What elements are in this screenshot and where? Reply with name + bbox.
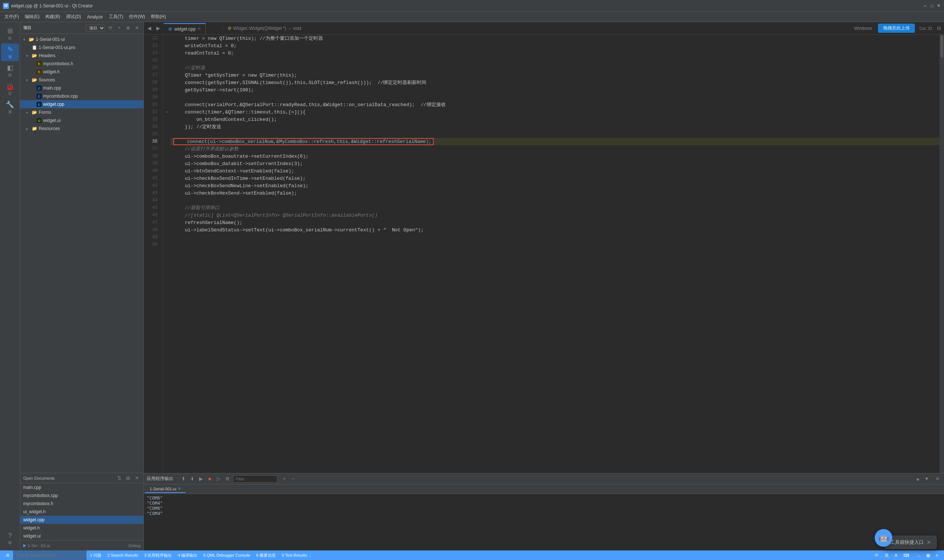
panel-filter-btn[interactable]: ⚬ [116,24,123,32]
scroll-thumb[interactable] [940,35,943,57]
open-doc-mycombobox-h[interactable]: mycombobox.h [20,500,143,508]
menu-item-b[interactable]: 构建(B) [42,12,63,21]
editor-scrollbar[interactable] [939,35,944,473]
tree-item-widget_h2[interactable]: hwidget.h [20,68,143,76]
status-ime-indicator[interactable]: A [892,551,900,560]
status-tools-icon[interactable]: 🔧 [912,551,923,560]
project-tree[interactable]: ▾📂1-Serial-001-ui📋1-Serial-001-ui.pro▾📂H… [20,34,143,473]
output-close-btn[interactable]: ✕ [934,475,941,483]
maximize-button[interactable]: □ [929,3,935,8]
status-problems[interactable]: 1 问题 [87,551,104,560]
menu-item-analyze[interactable]: Analyze [84,13,106,21]
output-prev-btn[interactable]: ⬆ [179,475,187,483]
nav-arrows: ◀ ▶ [144,24,164,32]
arrow-cell-35 [163,131,170,138]
tree-icon-mycombobox_h: h [37,61,42,66]
sidebar-item-debug[interactable]: 🐞 D [1,80,19,98]
menu-item-e[interactable]: 编辑(E) [22,12,42,21]
open-docs-split-btn[interactable]: ⊞ [124,474,132,482]
status-qml-debug[interactable]: 5 QML Debugger Console [200,551,253,560]
menu-item-h[interactable]: 帮助(H) [148,12,169,21]
output-scroll-up-btn[interactable]: ▲ [914,475,922,483]
project-panel-select[interactable]: 项目 [86,24,105,32]
output-content: "COM6""COM4""COM6""COM4" [144,494,944,551]
output-settings-btn[interactable]: ⚙ [224,475,231,483]
tree-item-mycombobox_cpp[interactable]: cmycombobox.cpp [20,92,143,100]
status-lang-en[interactable]: 英 [882,551,892,560]
nav-forward-btn[interactable]: ▶ [154,24,162,32]
minimize-button[interactable]: ─ [922,3,928,8]
open-docs-sort-btn[interactable]: ⇅ [116,474,123,482]
fold-arrows: ▾ [163,35,170,473]
code-editor[interactable]: 2223242526272829303132333435363738394041… [144,35,939,473]
nav-back-btn[interactable]: ◀ [145,24,153,32]
open-doc-main-cpp[interactable]: main.cpp [20,483,143,491]
open-docs-header[interactable]: Open Documents ⇅ ⊞ ✕ [20,473,143,483]
menu-item-d[interactable]: 调试(D) [63,12,84,21]
tree-item-pro[interactable]: 📋1-Serial-001-ui.pro [20,43,143,52]
menu-item-f[interactable]: 文件(F) [2,12,22,21]
status-grid-icon[interactable]: ▦ [923,551,933,560]
output-scroll-down-btn[interactable]: ▼ [922,475,931,483]
tab-widget-cpp[interactable]: ⚙ widget.cpp ✕ [164,23,206,34]
code-content[interactable]: timer = new QTimer(this); //为整个窗口添加一个定时器… [170,35,939,473]
open-doc-widget-h[interactable]: widget.h [20,524,143,532]
tree-item-widget_cpp[interactable]: cwidget.cpp [20,100,143,108]
tree-item-main_cpp[interactable]: cmain.cpp [20,84,143,92]
line-num-34: 34 [144,123,160,131]
filter-add-btn[interactable]: + [280,475,288,483]
open-doc-widget-ui[interactable]: widget.ui [20,532,143,540]
tree-item-headers[interactable]: ▾📂Headers [20,52,143,60]
tree-item-resources[interactable]: ▸📁Resources [20,125,143,132]
status-build-btn[interactable]: ⚙ [3,551,12,560]
arrow-cell-45 [163,204,170,211]
tree-icon-widget_h2: h [37,69,42,74]
menu-item-t[interactable]: 工具(T) [106,12,126,21]
filter-remove-btn[interactable]: − [289,475,297,483]
sidebar-item-edit[interactable]: ✎ 编 [1,43,19,61]
status-menu-icon[interactable]: ≡ [933,551,941,560]
output-stop-btn[interactable]: ■ [206,475,214,483]
tree-item-sources[interactable]: ▾📂Sources [20,76,143,84]
line-num-45: 45 [144,204,160,211]
output-filter-input[interactable] [233,475,277,483]
panel-sync-btn[interactable]: ⟳ [106,24,114,32]
status-keyboard-icon[interactable]: ⌨ [901,551,912,560]
sidebar-item-welcome[interactable]: ⊞ 欢 [1,25,19,43]
sidebar-item-help[interactable]: ? 帮 [1,530,19,548]
tree-item-widget_ui[interactable]: uwidget.ui [20,117,143,125]
icon-sidebar: ⊞ 欢 ✎ 编 ◧ 设 🐞 D 🔧 项 ? 帮 [0,22,20,551]
open-docs-close-btn[interactable]: ✕ [133,474,140,482]
status-lang-zh[interactable]: 中 [872,551,882,560]
tree-item-mycombobox_h[interactable]: hmycombobox.h [20,60,143,68]
status-app-output[interactable]: 3 应用程序输出 [141,551,175,560]
menu-item-w[interactable]: 控件(W) [126,12,148,21]
upload-button[interactable]: 拖拽至此上传 [878,23,915,33]
panel-settings-btn[interactable]: ⊕ [124,24,132,32]
active-tab-close[interactable]: ✕ [178,486,181,491]
status-search-results[interactable]: 2 Search Results [104,551,141,560]
open-doc-ui-widget-h[interactable]: ui_widget.h [20,508,143,516]
open-doc-widget-cpp[interactable]: widget.cpp [20,516,143,524]
toolbox-close-btn[interactable]: ✕ [927,539,931,545]
open-doc-mycombobox-cpp[interactable]: mycombobox.cpp [20,491,143,500]
output-debug-btn[interactable]: ▷ [214,475,223,483]
tree-item-root[interactable]: ▾📂1-Serial-001-ui [20,35,143,43]
status-general-info[interactable]: 6 概要信息 [253,551,279,560]
tree-label-main_cpp: main.cpp [43,86,143,91]
tab-close-btn[interactable]: ✕ [197,26,201,31]
robot-icon-btn[interactable]: 🤖 [875,529,892,547]
output-tab-active[interactable]: 1-Serial-001-ui ✕ [145,485,185,493]
tree-item-forms[interactable]: ▾📂Forms [20,108,143,117]
device-panel[interactable]: ▶ 1-Ser···01-ui Debug [20,540,143,551]
output-run-btn[interactable]: ▶ [197,475,205,483]
output-next-btn[interactable]: ⬇ [188,475,196,483]
status-compile-output[interactable]: 4 编译输出 [175,551,200,560]
editor-split-btn[interactable]: ⊟ [935,25,942,32]
close-button[interactable]: ✕ [936,3,941,8]
sidebar-item-design[interactable]: ◧ 设 [1,62,19,80]
sidebar-item-project[interactable]: 🔧 项 [1,99,19,117]
status-test-results[interactable]: 8 Test Results [279,551,310,560]
status-search-input[interactable] [13,551,86,560]
panel-close-btn[interactable]: ✕ [133,24,140,32]
